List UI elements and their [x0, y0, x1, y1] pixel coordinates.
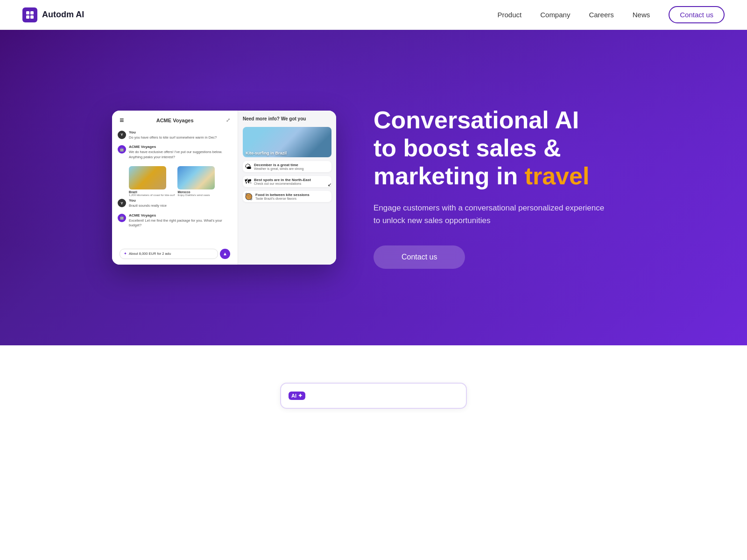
hero-heading: Conversational AI to boost sales & marke…: [374, 106, 607, 190]
info-card-1: 🌤 December is a great time Weather is gr…: [243, 161, 331, 172]
share-icon: ⤢: [226, 117, 230, 123]
acme-avatar-2: 🤖: [118, 214, 126, 222]
svg-rect-2: [26, 15, 29, 19]
hero-heading-line2: to boost sales &: [374, 134, 561, 161]
nav-news[interactable]: News: [633, 11, 650, 19]
morocco-image: [177, 166, 215, 189]
info-card-3: 🥘 Food in between kite sessions Taste Br…: [243, 191, 331, 202]
svg-rect-3: [30, 15, 34, 19]
brazil-img-bg: [129, 166, 166, 189]
acme-text-1: We do have exclusive offers! I've put ou…: [129, 150, 232, 160]
morocco-label: Morocco: [177, 190, 215, 194]
card1-title: December is a great time: [254, 163, 303, 167]
cursor-icon: ↙: [328, 182, 331, 187]
brazil-sublabel: 1,200 kilometers of coast for kite-surf: [129, 194, 175, 196]
hero-subtext: Engage customers with a conversational p…: [374, 202, 607, 227]
logo-text: Autodm AI: [42, 10, 84, 20]
svg-rect-0: [26, 11, 29, 14]
map-icon: 🗺: [245, 178, 251, 185]
lower-section: AI ✦: [0, 345, 747, 560]
hero-heading-line3: marketing in: [374, 162, 525, 189]
svg-rect-1: [30, 11, 34, 14]
card3-title: Food in between kite sessions: [255, 193, 310, 197]
food-icon: 🥘: [245, 193, 253, 200]
hero-inner: ≡ ACME Voyages ⤢ Y You Do you have offer…: [93, 78, 654, 297]
user-sender-1: You: [129, 130, 217, 134]
nav-links: Product Company Careers News Contact us: [498, 6, 725, 23]
acme-sender-1: ACME Voyages: [129, 145, 232, 149]
hero-cta-button[interactable]: Contact us: [374, 245, 465, 269]
right-hero-image: Kite-surfing in Brazil: [243, 127, 331, 157]
destination-images: Brazil 1,200 kilometers of coast for kit…: [129, 166, 232, 196]
hamburger-icon: ≡: [120, 116, 124, 125]
hero-text-block: Conversational AI to boost sales & marke…: [374, 106, 607, 269]
ai-input-widget[interactable]: AI ✦: [280, 383, 467, 409]
hero-section: ≡ ACME Voyages ⤢ Y You Do you have offer…: [0, 0, 747, 345]
chat-panel-title: ACME Voyages: [156, 118, 194, 123]
morocco-img-bg: [177, 166, 215, 189]
morocco-sublabel: Enjoy Dakhla's wind oasis: [177, 194, 215, 196]
user-text-1: Do you have offers to kite surf somewher…: [129, 135, 217, 140]
logo[interactable]: Autodm AI: [22, 7, 84, 22]
acme-message-1: 🤖 ACME Voyages We do have exclusive offe…: [118, 145, 232, 160]
brazil-image: [129, 166, 166, 189]
card2-sub: Check out our recommendations: [254, 182, 311, 185]
chat-input-area: ✦ About 8,000 EUR for 2 adu ▲: [118, 249, 232, 259]
acme-message-2: 🤖 ACME Voyages Excellent! Let me find th…: [118, 213, 232, 228]
chat-left-panel: ≡ ACME Voyages ⤢ Y You Do you have offer…: [112, 111, 238, 265]
right-hero-bg: Kite-surfing in Brazil: [243, 127, 331, 157]
chat-mockup: ≡ ACME Voyages ⤢ Y You Do you have offer…: [112, 111, 336, 265]
navbar: Autodm AI Product Company Careers News C…: [0, 0, 747, 30]
right-hero-label: Kite-surfing in Brazil: [246, 151, 287, 155]
card1-sub: Weather is great, winds are strong: [254, 167, 303, 170]
user-sender-2: You: [129, 198, 167, 203]
acme-avatar-1: 🤖: [118, 145, 126, 154]
card2-title: Best spots are in the North-East: [254, 178, 311, 182]
nav-careers[interactable]: Careers: [589, 11, 613, 19]
nav-company[interactable]: Company: [540, 11, 570, 19]
logo-icon: [22, 7, 37, 22]
hero-heading-line1: Conversational AI: [374, 106, 579, 133]
chat-input-display: ✦ About 8,000 EUR for 2 adu: [120, 249, 218, 259]
nav-product[interactable]: Product: [498, 11, 522, 19]
acme-sender-2: ACME Voyages: [129, 213, 232, 217]
hero-heading-highlight: travel: [525, 162, 590, 189]
chat-header: ≡ ACME Voyages ⤢: [118, 116, 232, 125]
ai-badge: AI ✦: [289, 392, 305, 400]
brazil-label: Brazil: [129, 190, 175, 194]
user-text-2: Brazil sounds really nice: [129, 203, 167, 209]
chat-input-text: About 8,000 EUR for 2 adu: [129, 252, 171, 256]
ai-sparkle-icon: ✦: [298, 392, 303, 399]
sun-icon: 🌤: [245, 163, 251, 170]
brazil-image-card: Brazil 1,200 kilometers of coast for kit…: [129, 166, 175, 196]
ai-badge-text: AI: [291, 393, 296, 399]
morocco-image-card: Morocco Enjoy Dakhla's wind oasis: [177, 166, 215, 196]
chat-right-panel: Need more info? We got you Kite-surfing …: [238, 111, 336, 265]
acme-text-2: Excellent! Let me find the right package…: [129, 218, 232, 228]
user-avatar-2: Y: [118, 199, 126, 207]
user-message-1: Y You Do you have offers to kite surf so…: [118, 130, 232, 140]
user-avatar-1: Y: [118, 131, 126, 139]
chat-send-button[interactable]: ▲: [220, 249, 230, 259]
user-message-2: Y You Brazil sounds really nice: [118, 198, 232, 209]
info-card-2: 🗺 Best spots are in the North-East Check…: [243, 176, 331, 187]
right-panel-header: Need more info? We got you: [243, 116, 331, 121]
nav-contact-button[interactable]: Contact us: [669, 6, 725, 23]
card3-sub: Taste Brazil's diverse flavors: [255, 197, 310, 200]
